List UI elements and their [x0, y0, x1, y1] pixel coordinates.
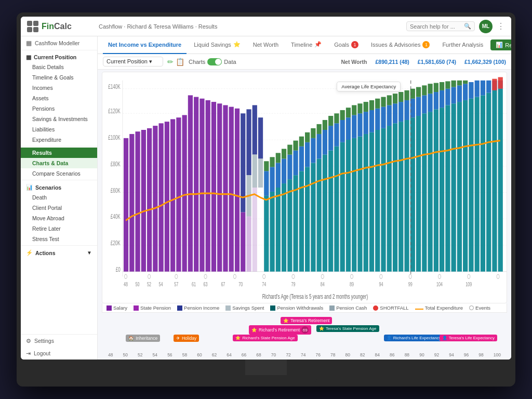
sidebar-item-settings[interactable]: ⚙Settings: [21, 335, 97, 347]
svg-rect-18: [129, 134, 134, 272]
event-teresas-retirement[interactable]: ⭐ Teresa's Retirement: [281, 317, 332, 324]
svg-rect-85: [486, 93, 491, 272]
sidebar-item-expenditure[interactable]: Expenditure: [21, 135, 97, 145]
sidebar-item-death[interactable]: Death: [21, 192, 97, 203]
copy-icon[interactable]: 📋: [176, 58, 184, 66]
svg-text:63: 63: [204, 282, 208, 288]
sidebar-item-basic-details[interactable]: Basic Details: [21, 62, 97, 72]
svg-rect-74: [422, 113, 427, 271]
tab-goals[interactable]: Goals 1: [329, 36, 364, 54]
avatar[interactable]: ML: [479, 20, 493, 33]
event-richards-life-expectancy[interactable]: 👤 Richard's Life Expectancy: [384, 335, 444, 341]
svg-rect-68: [387, 126, 392, 272]
event-teresas-state-pension[interactable]: ⭐ Teresa's State Pension Age: [316, 325, 379, 332]
svg-rect-76: [434, 109, 438, 271]
event-richards-retirement[interactable]: ⭐ Richard's Retirement 69: [249, 325, 311, 335]
svg-rect-100: [334, 123, 339, 146]
svg-rect-49: [276, 188, 281, 272]
tab-liquid-savings[interactable]: Liquid Savings ⭐: [189, 36, 246, 54]
svg-rect-116: [428, 94, 432, 112]
sidebar-item-client-portal[interactable]: Client Portal: [21, 203, 97, 213]
svg-rect-104: [357, 113, 362, 136]
svg-rect-140: [328, 116, 333, 126]
charts-toggle[interactable]: [207, 58, 222, 65]
search-box[interactable]: 🔍: [406, 21, 475, 31]
svg-rect-109: [387, 105, 392, 126]
sidebar-item-retire-later[interactable]: Retire Later: [21, 223, 97, 234]
svg-rect-44: [252, 188, 257, 272]
svg-text:£80K: £80K: [111, 160, 121, 167]
tab-timeline[interactable]: Timeline 📌: [286, 36, 327, 54]
dots-menu-icon[interactable]: ⋮: [497, 21, 505, 31]
svg-rect-42: [252, 105, 257, 154]
svg-rect-133: [287, 145, 292, 155]
svg-rect-146: [364, 102, 368, 112]
chart-toolbar: Current Position ▾ ✏ 📋 Charts Data: [98, 54, 511, 70]
legend-salary: Salary: [107, 305, 127, 311]
svg-rect-124: [475, 81, 480, 97]
legend-total-expenditure: Total Expenditure: [415, 305, 463, 311]
search-input[interactable]: [410, 23, 462, 30]
event-teresas-life-expectancy[interactable]: 👤 Teresa's Life Expectancy: [440, 335, 497, 341]
svg-rect-157: [428, 84, 432, 94]
tab-net-worth[interactable]: Net Worth: [248, 36, 284, 54]
sidebar-item-timeline-goals[interactable]: Timeline & Goals: [21, 72, 97, 83]
logout-icon: ⇥: [26, 350, 31, 356]
svg-rect-97: [317, 134, 322, 159]
svg-rect-156: [422, 85, 427, 95]
actions-icon: ⚡: [26, 249, 33, 256]
report-button[interactable]: 📊 Report: [490, 39, 511, 50]
svg-rect-55: [311, 163, 315, 271]
svg-point-177: [409, 274, 411, 278]
logo-icon: [27, 21, 38, 32]
legend-savings-spent: Savings Spent: [225, 305, 264, 311]
svg-rect-122: [463, 84, 468, 100]
svg-text:£60K: £60K: [111, 187, 121, 194]
svg-point-180: [497, 274, 499, 278]
legend-pension-income-color: [177, 305, 182, 311]
legend-shortfall: SHORTFALL: [373, 305, 408, 311]
sidebar-section-scenarios[interactable]: 📊 Scenarios: [21, 181, 97, 192]
svg-rect-151: [393, 94, 397, 103]
svg-point-174: [321, 274, 324, 278]
svg-rect-51: [287, 179, 292, 272]
sidebar-item-assets[interactable]: Assets: [21, 93, 97, 103]
sidebar-item-logout[interactable]: ⇥Logout: [21, 347, 97, 360]
sidebar-item-stress-test[interactable]: Stress Test: [21, 234, 97, 244]
tab-issues[interactable]: Issues & Advisories 1: [366, 36, 435, 54]
sidebar-section-current-position[interactable]: ▦ Current Position: [21, 51, 97, 62]
svg-rect-112: [404, 100, 409, 120]
sidebar-item-incomes[interactable]: Incomes: [21, 83, 97, 93]
sidebar-item-move-abroad[interactable]: Move Abroad: [21, 213, 97, 223]
event-holiday[interactable]: ✈ Holiday: [174, 335, 199, 342]
event-richards-state-pension[interactable]: ⭐ Richard's State Pension Age: [233, 335, 297, 341]
svg-rect-50: [282, 183, 286, 272]
svg-point-178: [438, 274, 441, 278]
sidebar-item-pensions[interactable]: Pensions: [21, 103, 97, 114]
svg-rect-155: [416, 87, 421, 97]
tab-further-analysis[interactable]: Further Analysis: [437, 36, 488, 54]
svg-rect-115: [422, 95, 427, 113]
sidebar-section-actions[interactable]: ⚡ Actions ▼: [21, 247, 97, 258]
legend-area: Salary State Pension Pension Income: [102, 303, 507, 313]
svg-rect-21: [147, 128, 152, 272]
svg-rect-75: [428, 112, 432, 272]
sidebar: ▦ Cashflow Modeller ▦ Current Position B…: [21, 36, 98, 360]
event-inheritance[interactable]: 🏠 Inheritance: [126, 335, 160, 342]
edit-icon[interactable]: ✏: [167, 58, 174, 66]
sidebar-item-liabilities[interactable]: Liabilities: [21, 124, 97, 135]
sidebar-item-savings[interactable]: Savings & Investments: [21, 114, 97, 124]
svg-rect-102: [346, 117, 351, 140]
sidebar-cashflow-modeller[interactable]: ▦ Cashflow Modeller: [21, 36, 97, 49]
tab-net-income[interactable]: Net Income vs Expenditure: [103, 36, 187, 54]
sidebar-item-results[interactable]: Results: [21, 148, 97, 158]
svg-rect-121: [457, 85, 462, 102]
svg-text:61: 61: [192, 282, 196, 288]
position-dropdown[interactable]: Current Position ▾: [103, 57, 163, 66]
svg-rect-57: [323, 155, 327, 272]
timeline-ruler: 48 50 52 54 56 58 60 62 64 66 68: [106, 352, 503, 357]
screen: FinCalc Cashflow · Richard & Teresa Will…: [21, 17, 511, 360]
svg-rect-80: [457, 102, 462, 272]
sidebar-item-charts-data[interactable]: Charts & Data: [21, 158, 97, 168]
sidebar-item-compare-scenarios[interactable]: Compare Scenarios: [21, 168, 97, 179]
